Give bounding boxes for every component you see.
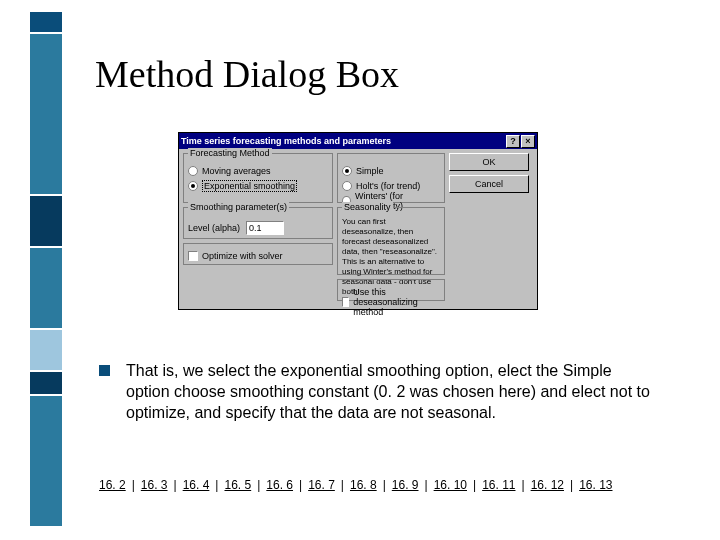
footer-link[interactable]: 16. 7	[308, 478, 335, 492]
footer-link[interactable]: 16. 5	[224, 478, 251, 492]
cancel-button[interactable]: Cancel	[449, 175, 529, 193]
deseasonalize-group: Use this deseasonalizing method	[337, 279, 445, 301]
bullet-item: That is, we select the exponential smoot…	[99, 360, 659, 423]
exponential-smoothing-radio[interactable]	[188, 181, 198, 191]
moving-averages-label: Moving averages	[202, 166, 271, 176]
smoothing-params-legend: Smoothing parameter(s)	[188, 202, 289, 212]
footer-nav: 16. 2|16. 3|16. 4|16. 5|16. 6|16. 7|16. …	[99, 478, 613, 492]
holts-radio[interactable]	[342, 181, 352, 191]
footer-link[interactable]: 16. 11	[482, 478, 515, 492]
dialog-titlebar: Time series forecasting methods and para…	[179, 133, 537, 149]
footer-link[interactable]: 16. 13	[579, 478, 612, 492]
footer-link[interactable]: 16. 4	[183, 478, 210, 492]
optimize-checkbox[interactable]	[188, 251, 198, 261]
footer-link[interactable]: 16. 6	[266, 478, 293, 492]
footer-sep: |	[174, 478, 177, 492]
optimize-group: Optimize with solver	[183, 243, 333, 265]
footer-sep: |	[383, 478, 386, 492]
bullet-icon	[99, 365, 110, 376]
footer-link[interactable]: 16. 9	[392, 478, 419, 492]
footer-sep: |	[299, 478, 302, 492]
moving-averages-radio[interactable]	[188, 166, 198, 176]
forecasting-method-legend: Forecasting Method	[188, 148, 272, 158]
bullet-text: That is, we select the exponential smoot…	[126, 360, 659, 423]
footer-link[interactable]: 16. 10	[434, 478, 467, 492]
footer-sep: |	[341, 478, 344, 492]
footer-sep: |	[132, 478, 135, 492]
holts-label: Holt's (for trend)	[356, 181, 420, 191]
footer-link[interactable]: 16. 3	[141, 478, 168, 492]
footer-sep: |	[570, 478, 573, 492]
close-button[interactable]: ×	[521, 135, 535, 148]
footer-link[interactable]: 16. 8	[350, 478, 377, 492]
seasonality-group: Seasonality You can first deseasonalize,…	[337, 207, 445, 275]
level-alpha-label: Level (alpha)	[188, 223, 240, 233]
footer-sep: |	[215, 478, 218, 492]
deseasonalize-label: Use this deseasonalizing method	[353, 287, 440, 317]
deseasonalize-checkbox[interactable]	[342, 297, 349, 307]
smoothing-type-group: Simple Holt's (for trend) Winters' (for …	[337, 153, 445, 203]
help-button[interactable]: ?	[506, 135, 520, 148]
seasonality-legend: Seasonality	[342, 202, 393, 212]
forecasting-method-group: Forecasting Method Moving averages Expon…	[183, 153, 333, 203]
footer-link[interactable]: 16. 12	[531, 478, 564, 492]
ok-button[interactable]: OK	[449, 153, 529, 171]
simple-label: Simple	[356, 166, 384, 176]
footer-sep: |	[473, 478, 476, 492]
slide-title: Method Dialog Box	[95, 52, 399, 96]
optimize-label: Optimize with solver	[202, 251, 283, 261]
footer-sep: |	[257, 478, 260, 492]
method-dialog: Time series forecasting methods and para…	[178, 132, 538, 310]
exponential-smoothing-label: Exponential smoothing	[202, 180, 297, 192]
smoothing-params-group: Smoothing parameter(s) Level (alpha) 0.1	[183, 207, 333, 239]
dialog-title: Time series forecasting methods and para…	[181, 136, 505, 146]
simple-radio[interactable]	[342, 166, 352, 176]
slide-decoration	[30, 12, 62, 522]
footer-sep: |	[425, 478, 428, 492]
level-alpha-input[interactable]: 0.1	[246, 221, 284, 235]
footer-link[interactable]: 16. 2	[99, 478, 126, 492]
footer-sep: |	[522, 478, 525, 492]
